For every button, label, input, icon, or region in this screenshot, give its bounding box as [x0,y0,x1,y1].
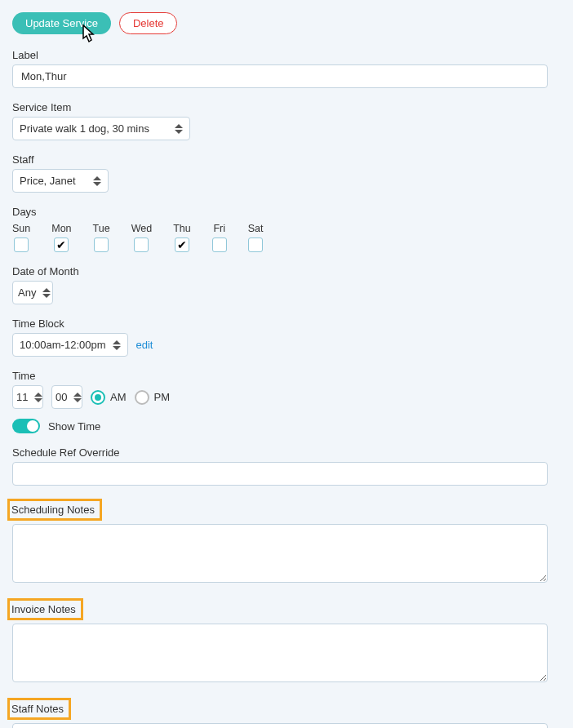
day-label: Sun [12,223,30,234]
day-label: Wed [131,223,152,234]
sort-icon [73,393,78,402]
days-title: Days [12,206,37,218]
time-hour-select[interactable]: 11 [12,385,43,409]
day-column: Wed [131,223,152,252]
time-block-edit-link[interactable]: edit [136,339,153,351]
time-hour-value: 11 [16,391,28,403]
action-button-row: Update Service Delete [12,12,561,34]
show-time-toggle[interactable] [12,419,40,433]
day-checkbox[interactable] [14,237,29,252]
sort-icon [34,393,39,402]
schedule-ref-title: Schedule Ref Override [12,446,120,459]
show-time-label: Show Time [48,420,100,433]
day-checkbox[interactable] [175,237,189,252]
scheduling-notes-field: Scheduling Notes [12,499,561,585]
day-label: Thu [173,223,191,234]
invoice-notes-textarea[interactable] [12,624,548,682]
radio-icon [135,390,149,405]
staff-value: Price, Janet [20,175,76,187]
day-label: Sat [248,223,264,234]
pm-label: PM [154,391,171,403]
label-input[interactable] [12,64,548,88]
pm-radio[interactable]: PM [135,390,171,405]
scheduling-notes-textarea[interactable] [12,524,548,583]
day-checkbox[interactable] [134,237,149,252]
service-item-title: Service Item [12,101,71,113]
service-item-select[interactable]: Private walk 1 dog, 30 mins [12,117,190,140]
day-checkbox[interactable] [248,237,263,252]
date-of-month-title: Date of Month [12,265,79,277]
day-label: Fri [213,223,225,234]
scheduling-notes-title: Scheduling Notes [7,499,102,521]
time-block-title: Time Block [12,317,64,330]
time-minute-value: 00 [56,391,67,403]
sort-icon [113,340,121,350]
date-of-month-select[interactable]: Any [12,281,53,304]
schedule-ref-field: Schedule Ref Override [12,446,561,486]
day-column: Sat [248,223,264,252]
sort-icon [42,288,47,298]
sort-icon [93,176,101,186]
radio-icon [91,390,105,405]
time-block-field: Time Block 10:00am-12:00pm edit [12,317,561,357]
day-checkbox[interactable] [94,237,109,252]
date-of-month-field: Date of Month Any [12,265,561,304]
day-column: Tue [93,223,110,252]
time-title: Time [12,370,35,382]
time-field: Time 11 00 AM PM [12,370,561,409]
service-item-field: Service Item Private walk 1 dog, 30 mins [12,101,561,140]
days-field: Days SunMonTueWedThuFriSat [12,206,561,252]
staff-notes-textarea[interactable] [12,723,548,728]
am-label: AM [110,391,127,403]
day-checkbox[interactable] [212,237,227,252]
staff-notes-field: Staff Notes [12,698,561,728]
day-column: Sun [12,223,30,252]
time-block-select[interactable]: 10:00am-12:00pm [12,333,128,357]
day-column: Mon [51,223,71,252]
staff-title: Staff [12,153,34,166]
invoice-notes-field: Invoice Notes [12,598,561,685]
label-field: Label [12,49,561,88]
staff-field: Staff Price, Janet [12,153,561,193]
staff-select[interactable]: Price, Janet [12,169,109,193]
am-radio[interactable]: AM [91,390,127,405]
delete-button[interactable]: Delete [119,12,178,34]
day-label: Mon [51,223,71,234]
invoice-notes-title: Invoice Notes [7,598,83,620]
label-title: Label [12,49,38,61]
day-column: Fri [212,223,227,252]
service-item-value: Private walk 1 dog, 30 mins [20,122,149,135]
time-minute-select[interactable]: 00 [51,385,82,409]
sort-icon [175,124,183,134]
schedule-ref-input[interactable] [12,462,548,486]
day-column: Thu [173,223,191,252]
date-of-month-value: Any [18,286,36,299]
show-time-row: Show Time [12,419,561,433]
day-checkbox[interactable] [54,237,69,252]
time-block-value: 10:00am-12:00pm [20,339,106,351]
update-service-button[interactable]: Update Service [12,12,111,34]
staff-notes-title: Staff Notes [7,698,71,720]
day-label: Tue [93,223,110,234]
